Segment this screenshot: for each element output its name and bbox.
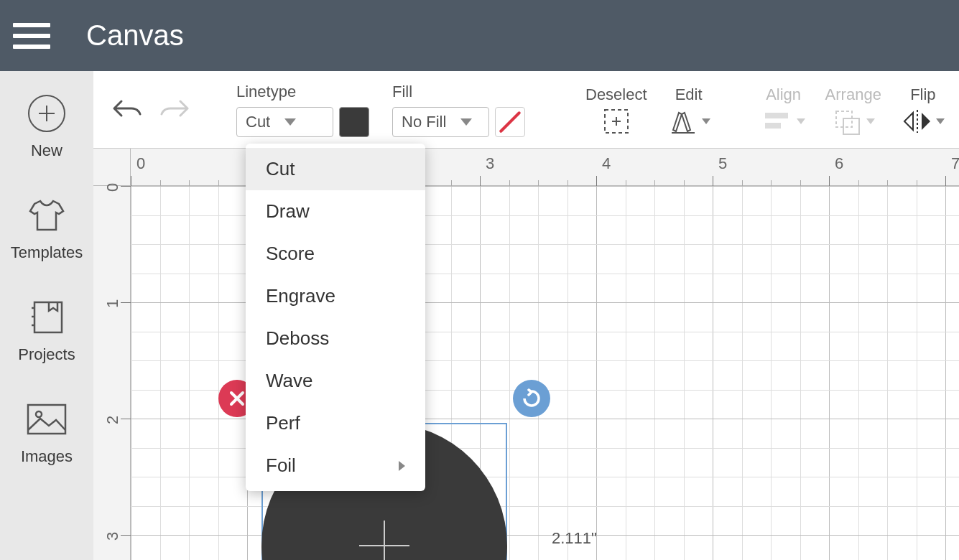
notebook-icon (26, 297, 68, 338)
arrange-action: Arrange (825, 85, 881, 134)
align-label: Align (766, 85, 801, 104)
chevron-down-icon (797, 118, 805, 124)
undo-icon[interactable] (111, 97, 143, 123)
menu-hamburger-icon[interactable] (13, 23, 50, 49)
align-action: Align (762, 85, 805, 134)
sidebar-label-images: Images (21, 447, 73, 466)
chevron-down-icon (460, 118, 472, 126)
flip-icon (902, 108, 945, 134)
linetype-option-cut[interactable]: Cut (246, 148, 425, 190)
linetype-option-foil[interactable]: Foil (246, 444, 425, 487)
top-toolbar: Linetype Cut Fill No Fill Deselect Edit (93, 71, 959, 149)
arrange-label: Arrange (825, 85, 881, 104)
left-sidebar: New Templates Projects Images (0, 71, 93, 560)
deselect-label: Deselect (585, 85, 647, 104)
sidebar-label-projects: Projects (18, 345, 75, 364)
svg-rect-10 (765, 113, 788, 118)
fill-value: No Fill (402, 113, 446, 131)
app-header: Canvas (0, 0, 959, 71)
sidebar-item-templates[interactable]: Templates (11, 195, 83, 262)
chevron-right-icon (399, 461, 405, 471)
svg-rect-4 (28, 405, 65, 434)
arrange-icon (832, 108, 875, 134)
svg-point-5 (36, 411, 42, 417)
fill-group: Fill No Fill (392, 83, 525, 137)
edit-action[interactable]: Edit (667, 85, 710, 134)
linetype-value: Cut (246, 113, 270, 131)
rotate-icon (522, 388, 542, 409)
linetype-option-deboss[interactable]: Deboss (246, 317, 425, 360)
deselect-icon (602, 108, 631, 134)
linetype-option-perf[interactable]: Perf (246, 402, 425, 444)
rotate-handle[interactable] (513, 380, 550, 417)
linetype-option-engrave[interactable]: Engrave (246, 275, 425, 317)
linetype-option-draw[interactable]: Draw (246, 190, 425, 233)
svg-rect-11 (765, 123, 781, 129)
chevron-down-icon (702, 118, 710, 124)
align-icon (762, 108, 805, 134)
sidebar-item-images[interactable]: Images (21, 398, 73, 466)
redo-icon[interactable] (159, 97, 190, 123)
fill-color-swatch[interactable] (495, 107, 525, 137)
flip-label: Flip (910, 85, 935, 104)
chevron-down-icon (936, 118, 945, 124)
linetype-option-score[interactable]: Score (246, 233, 425, 275)
sidebar-label-templates: Templates (11, 243, 83, 262)
chevron-down-icon (866, 118, 875, 124)
sidebar-label-new: New (31, 141, 62, 160)
fill-dropdown[interactable]: No Fill (392, 107, 489, 137)
chevron-down-icon (284, 118, 296, 126)
fill-label: Fill (392, 83, 525, 101)
linetype-group: Linetype Cut (236, 83, 369, 137)
sidebar-item-projects[interactable]: Projects (18, 297, 75, 364)
width-dimension-label: 2.111" (552, 529, 597, 548)
ruler-vertical: 0123 (93, 186, 131, 560)
flip-action[interactable]: Flip (902, 85, 945, 134)
edit-label: Edit (675, 85, 703, 104)
linetype-dropdown-menu: CutDrawScoreEngraveDebossWavePerfFoil (246, 144, 425, 491)
image-icon (26, 398, 68, 440)
edit-tools-icon (667, 108, 710, 134)
sidebar-item-new[interactable]: New (26, 93, 68, 160)
linetype-color-swatch[interactable] (339, 107, 369, 137)
linetype-dropdown[interactable]: Cut (236, 107, 333, 137)
page-title: Canvas (86, 19, 184, 52)
deselect-action[interactable]: Deselect (585, 85, 647, 134)
linetype-label: Linetype (236, 83, 369, 101)
close-icon (228, 390, 246, 407)
tshirt-icon (26, 195, 68, 236)
ruler-corner (93, 149, 131, 186)
linetype-option-wave[interactable]: Wave (246, 360, 425, 402)
canvas-workspace[interactable]: 01234567 0123 2.111" (93, 149, 959, 560)
plus-circle-icon (26, 93, 68, 134)
